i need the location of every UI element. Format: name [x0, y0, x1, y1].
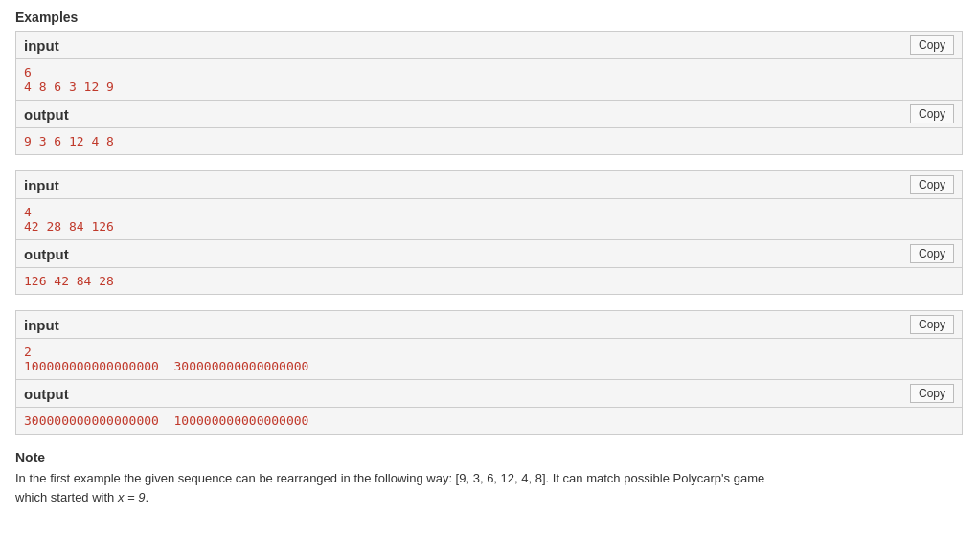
- example-2-output-copy-button[interactable]: Copy: [910, 244, 954, 263]
- example-3-input-content: 2 100000000000000000 300000000000000000: [16, 339, 962, 379]
- example-1-input-copy-button[interactable]: Copy: [910, 35, 954, 55]
- example-1-output-label: output: [24, 106, 69, 123]
- examples-title: Examples: [15, 10, 963, 25]
- note-title: Note: [15, 450, 963, 465]
- example-3-output-copy-button[interactable]: Copy: [910, 384, 954, 403]
- example-3-output-header: output Copy: [16, 380, 962, 408]
- example-1-output-block: output Copy 9 3 6 12 4 8: [15, 101, 963, 155]
- example-3-output-block: output Copy 300000000000000000 100000000…: [15, 380, 963, 435]
- example-1-output-header: output Copy: [16, 101, 962, 128]
- example-2-input-header: input Copy: [16, 171, 962, 199]
- example-3-output-content: 300000000000000000 100000000000000000: [16, 408, 962, 434]
- example-1-input-header: input Copy: [16, 32, 962, 59]
- example-3-input-copy-button[interactable]: Copy: [910, 315, 954, 334]
- example-1-output-copy-button[interactable]: Copy: [910, 104, 954, 123]
- example-group-3: input Copy 2 100000000000000000 30000000…: [15, 310, 963, 435]
- example-group-2: input Copy 4 42 28 84 126 output Copy 12…: [15, 170, 963, 295]
- example-2-output-label: output: [24, 246, 69, 262]
- example-group-1: input Copy 6 4 8 6 3 12 9 output Copy 9 …: [15, 31, 963, 155]
- example-2-input-block: input Copy 4 42 28 84 126: [15, 170, 963, 240]
- examples-section: Examples input Copy 6 4 8 6 3 12 9 outpu…: [15, 10, 963, 506]
- note-math-x: x = 9: [118, 490, 146, 504]
- example-2-input-label: input: [24, 177, 59, 193]
- example-3-input-label: input: [24, 317, 59, 333]
- example-3-output-label: output: [24, 386, 69, 402]
- example-3-input-header: input Copy: [16, 311, 962, 339]
- example-1-output-content: 9 3 6 12 4 8: [16, 128, 962, 154]
- note-text: In the first example the given sequence …: [15, 469, 963, 506]
- example-2-input-copy-button[interactable]: Copy: [910, 175, 954, 194]
- example-1-input-block: input Copy 6 4 8 6 3 12 9: [15, 31, 963, 101]
- note-section: Note In the first example the given sequ…: [15, 450, 963, 506]
- note-text-3: which started with: [15, 490, 118, 504]
- note-text-2: . It can match possible Polycarp's game: [546, 471, 765, 485]
- example-2-output-block: output Copy 126 42 84 28: [15, 240, 963, 295]
- example-2-input-content: 4 42 28 84 126: [16, 199, 962, 239]
- example-2-output-header: output Copy: [16, 240, 962, 268]
- example-1-input-label: input: [24, 37, 59, 54]
- note-sequence: [9, 3, 6, 12, 4, 8]: [456, 471, 546, 485]
- example-1-input-content: 6 4 8 6 3 12 9: [16, 59, 962, 100]
- note-text-1: In the first example the given sequence …: [15, 471, 456, 485]
- example-3-input-block: input Copy 2 100000000000000000 30000000…: [15, 310, 963, 380]
- example-2-output-content: 126 42 84 28: [16, 268, 962, 294]
- note-text-4: .: [145, 490, 148, 504]
